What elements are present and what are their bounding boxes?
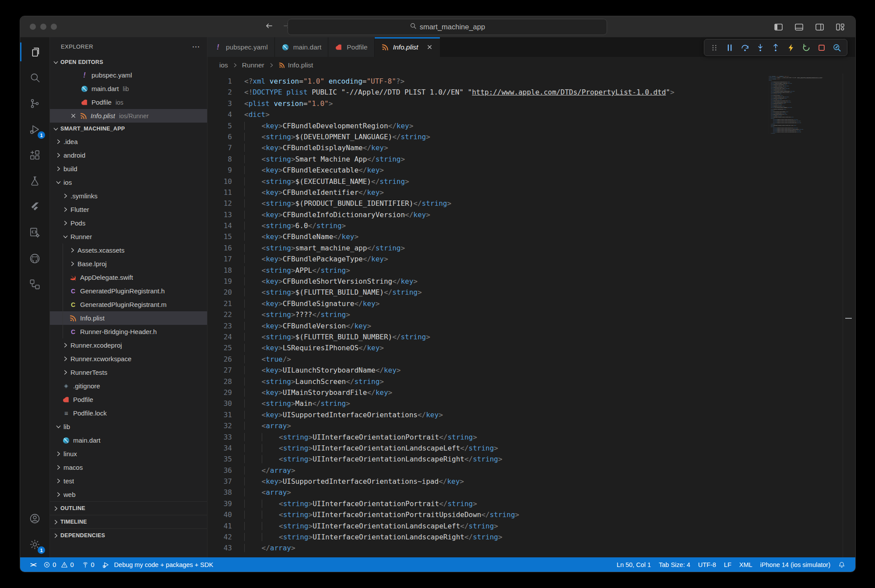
open-editor-Podfile[interactable]: Podfile ios [50, 95, 207, 109]
flutter-inspector-icon[interactable] [831, 42, 843, 53]
code-line[interactable]: 5 <key>CFBundleDevelopmentRegion</key> [207, 120, 855, 131]
tree-item-test[interactable]: test [50, 474, 207, 488]
section-dependencies[interactable]: DEPENDENCIES [50, 528, 207, 542]
code-line[interactable]: 4 <dict> [207, 109, 855, 120]
code-line[interactable]: 34 <string>UIInterfaceOrientationLandsca… [207, 443, 855, 454]
close-icon[interactable] [426, 44, 433, 51]
activity-flutter[interactable] [20, 194, 49, 220]
activity-run-debug[interactable]: 1 [20, 116, 49, 142]
code-line[interactable]: 43 </array> [207, 542, 855, 553]
status-lf[interactable]: LF [720, 557, 735, 572]
code-line[interactable]: 15 <key>CFBundleName</key> [207, 231, 855, 242]
tree-item-Podfile[interactable]: Podfile [50, 393, 207, 406]
minimize-window-button[interactable] [40, 24, 46, 30]
breadcrumb-Runner[interactable]: Runner [242, 61, 264, 69]
code-line[interactable]: 23 <key>CFBundleVersion</key> [207, 320, 855, 331]
code-line[interactable]: 10 <string>$(EXECUTABLE_NAME)</string> [207, 176, 855, 187]
code-line[interactable]: 7 <key>CFBundleDisplayName</key> [207, 142, 855, 153]
status-ln-50-col-1[interactable]: Ln 50, Col 1 [613, 557, 655, 572]
toggle-secondary-sidebar-icon[interactable] [815, 22, 824, 32]
tree-item-linux[interactable]: linux [50, 447, 207, 461]
code-line[interactable]: 13 <key>CFBundleInfoDictionaryVersion</k… [207, 209, 855, 220]
tree-item-main.dart[interactable]: main.dart [50, 433, 207, 447]
activity-extensions[interactable] [20, 142, 49, 168]
step-over-icon[interactable] [739, 42, 751, 53]
tree-item-macos[interactable]: macos [50, 461, 207, 474]
tree-item-android[interactable]: android [50, 148, 207, 162]
tree-item-Podfile.lock[interactable]: ≡Podfile.lock [50, 406, 207, 420]
activity-settings[interactable]: 1 [20, 532, 49, 557]
status-xml[interactable]: XML [735, 557, 756, 572]
code-line[interactable]: 31 <key>UISupportedInterfaceOrientations… [207, 409, 855, 420]
code-line[interactable]: 38 <array> [207, 487, 855, 498]
code-line[interactable]: 16 <string>smart_machine_app</string> [207, 243, 855, 254]
code-line[interactable]: 24 <string>$(FLUTTER_BUILD_NUMBER)</stri… [207, 331, 855, 342]
toggle-primary-sidebar-icon[interactable] [774, 22, 783, 32]
code-line[interactable]: 30 <string>Main</string> [207, 398, 855, 409]
section-open-editors[interactable]: OPEN EDITORS [50, 56, 207, 68]
tab-pubspec.yaml[interactable]: ! pubspec.yaml [207, 37, 275, 57]
section-outline[interactable]: OUTLINE [50, 501, 207, 515]
code-line[interactable]: 14 <string>6.0</string> [207, 220, 855, 231]
tree-item-Info.plist[interactable]: Info.plist [50, 311, 207, 325]
step-into-icon[interactable] [755, 42, 766, 53]
code-line[interactable]: 1 <?xml version="1.0" encoding="UTF-8"?> [207, 76, 855, 87]
tree-item-Assets.xcassets[interactable]: Assets.xcassets [50, 243, 207, 257]
tree-item-Runner[interactable]: Runner [50, 230, 207, 243]
open-editor-main.dart[interactable]: main.dart lib [50, 82, 207, 95]
activity-references[interactable] [20, 271, 49, 297]
stop-icon[interactable] [816, 42, 827, 53]
tree-item-ios[interactable]: ios [50, 176, 207, 189]
status-utf-8[interactable]: UTF-8 [694, 557, 720, 572]
tree-item-Flutter[interactable]: Flutter [50, 203, 207, 216]
tree-item-web[interactable]: web [50, 488, 207, 501]
code-line[interactable]: 20 <string>$(FLUTTER_BUILD_NAME)</string… [207, 287, 855, 298]
code-line[interactable]: 3 <plist version="1.0"> [207, 98, 855, 109]
code-line[interactable]: 39 <string>UIInterfaceOrientationPortrai… [207, 498, 855, 509]
tree-item-Pods[interactable]: Pods [50, 216, 207, 230]
tree-item-.symlinks[interactable]: .symlinks [50, 189, 207, 203]
tree-item-GeneratedPluginRegistrant.h[interactable]: CGeneratedPluginRegistrant.h [50, 284, 207, 298]
code-line[interactable]: 6 <string>$(DEVELOPMENT_LANGUAGE)</strin… [207, 131, 855, 142]
tab-main.dart[interactable]: main.dart [275, 37, 329, 57]
code-line[interactable]: 2 <!DOCTYPE plist PUBLIC "-//Apple//DTD … [207, 87, 855, 98]
toggle-panel-icon[interactable] [794, 22, 804, 32]
code-line[interactable]: 33 <string>UIInterfaceOrientationPortrai… [207, 432, 855, 443]
breadcrumb-ios[interactable]: ios [219, 61, 228, 69]
close-icon[interactable] [70, 113, 77, 120]
remote-icon[interactable]: >< [26, 557, 39, 572]
tree-item-AppDelegate.swift[interactable]: AppDelegate.swift [50, 271, 207, 284]
open-editor-Info.plist[interactable]: Info.plist ios/Runner [50, 109, 207, 123]
more-actions-icon[interactable]: ⋯ [192, 42, 200, 52]
zoom-window-button[interactable] [51, 24, 57, 30]
activity-source-control[interactable] [20, 91, 49, 116]
tree-item-Runner.xcodeproj[interactable]: Runner.xcodeproj [50, 338, 207, 352]
tree-item-build[interactable]: build [50, 162, 207, 176]
grip-icon[interactable] [709, 42, 720, 53]
code-line[interactable]: 29 <key>UIMainStoryboardFile</key> [207, 387, 855, 398]
status-iphone-14-ios-simulator-[interactable]: iPhone 14 (ios simulator) [756, 557, 834, 572]
code-line[interactable]: 21 <key>CFBundleSignature</key> [207, 298, 855, 309]
step-out-icon[interactable] [770, 42, 781, 53]
code-line[interactable]: 42 <string>UIInterfaceOrientationLandsca… [207, 532, 855, 542]
code-line[interactable]: 36 </array> [207, 465, 855, 476]
tree-item-GeneratedPluginRegistrant.m[interactable]: CGeneratedPluginRegistrant.m [50, 298, 207, 311]
code-line[interactable]: 19 <key>CFBundleShortVersionString</key> [207, 276, 855, 287]
customize-layout-icon[interactable] [836, 22, 845, 32]
code-line[interactable]: 26 <true/> [207, 354, 855, 365]
activity-project[interactable] [20, 220, 49, 246]
activity-testing[interactable] [20, 168, 49, 194]
ports-indicator[interactable]: 0 [78, 557, 98, 572]
open-editor-pubspec.yaml[interactable]: ! pubspec.yaml [50, 68, 207, 82]
tree-item-Runner.xcworkspace[interactable]: Runner.xcworkspace [50, 352, 207, 366]
tab-Info.plist[interactable]: Info.plist [375, 37, 441, 57]
code-line[interactable]: 41 <string>UIInterfaceOrientationLandsca… [207, 521, 855, 532]
tree-item-RunnerTests[interactable]: RunnerTests [50, 366, 207, 379]
close-window-button[interactable] [30, 24, 36, 30]
tree-item-lib[interactable]: lib [50, 420, 207, 433]
code-line[interactable]: 25 <key>LSRequiresIPhoneOS</key> [207, 342, 855, 353]
code-line[interactable]: 11 <key>CFBundleIdentifier</key> [207, 187, 855, 198]
code-line[interactable]: 8 <string>Smart Machine App</string> [207, 154, 855, 165]
section-timeline[interactable]: TIMELINE [50, 515, 207, 528]
code-line[interactable]: 28 <string>LaunchScreen</string> [207, 376, 855, 387]
